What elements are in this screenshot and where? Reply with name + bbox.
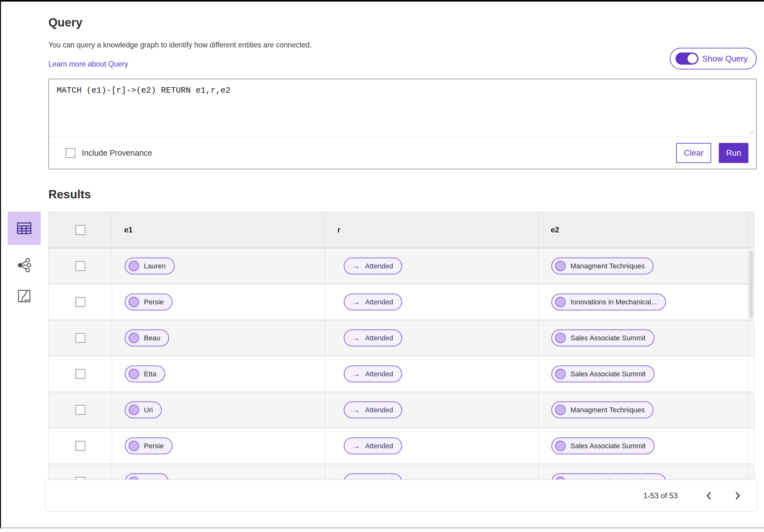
row-checkbox-cell	[49, 428, 112, 463]
entity-pill-e2[interactable]: Sales Associate Summit	[551, 329, 655, 346]
table-row: Persie → Attended Innovations in Mechani…	[49, 284, 754, 320]
relation-pill[interactable]: → Attended	[344, 438, 402, 454]
relation-pill-label: Attended	[365, 370, 393, 378]
relation-pill[interactable]: → Attended	[344, 402, 402, 418]
query-editor-wrap: MATCH (e1)-[r]->(e2) RETURN e1,r,e2	[49, 79, 756, 137]
pagination-range: 1-53 of 53	[643, 491, 678, 500]
table-row: Uri → Attended Managment Techniques	[49, 392, 754, 428]
table-row: Persie → Attended Sales Associate Summit	[49, 428, 754, 464]
relation-pill[interactable]: → Attended	[344, 473, 402, 479]
table-view-icon	[16, 220, 32, 236]
entity-node-icon	[128, 333, 139, 343]
entity-pill-e2[interactable]: Managment Techniques	[551, 402, 654, 418]
arrow-right-icon: →	[351, 298, 360, 306]
entity-pill-e1[interactable]: Uri	[125, 402, 162, 418]
column-header-e2: e2	[538, 212, 754, 248]
next-page-button[interactable]	[731, 489, 744, 503]
entity-pill-e2[interactable]: Managment Techniques	[551, 258, 654, 274]
results-title: Results	[48, 188, 757, 201]
entity-pill-e2[interactable]: Sales Associate Summit	[551, 366, 655, 382]
column-header-r: r	[325, 212, 538, 248]
column-header-e1: e1	[112, 212, 325, 248]
e1-cell: Etta	[112, 356, 325, 392]
e2-cell: Sales Associate Summit	[538, 356, 754, 392]
show-query-label: Show Query	[702, 54, 748, 64]
e2-pill-label: Managment Techniques	[570, 406, 645, 414]
include-provenance-label: Include Provenance	[82, 148, 152, 158]
e1-cell: Lauren	[112, 248, 325, 284]
include-provenance-checkbox[interactable]	[66, 148, 76, 158]
entity-pill-e1[interactable]: Etta	[125, 366, 165, 382]
map-view-button[interactable]	[18, 289, 31, 303]
row-checkbox-cell	[49, 392, 112, 428]
relation-pill[interactable]: → Attended	[344, 258, 402, 274]
entity-pill-e2[interactable]: Innovations in Mechanical...	[551, 293, 666, 310]
relation-pill[interactable]: → Attended	[344, 293, 402, 310]
entity-node-icon	[128, 369, 139, 379]
e1-pill-label: Persie	[144, 442, 164, 450]
row-checkbox[interactable]	[76, 297, 85, 307]
entity-pill-e1[interactable]: Lauren	[125, 258, 175, 274]
query-page: Query You can query a knowledge graph to…	[48, 0, 757, 512]
chevron-left-icon	[706, 491, 712, 501]
include-provenance-option[interactable]: Include Provenance	[66, 148, 152, 158]
table-row: Lauren → Attended Managment Techniques	[49, 248, 754, 284]
view-switcher-rail	[8, 212, 41, 303]
scrollbar-thumb[interactable]	[749, 251, 753, 318]
e1-pill-label: Etta	[144, 370, 156, 378]
entity-node-icon	[555, 476, 566, 479]
results-section: e1 r e2 Lauren → Attended Managment Tec	[48, 212, 757, 512]
prev-page-button[interactable]	[702, 489, 715, 503]
e1-pill-label: Lauren	[144, 262, 166, 270]
relation-pill-label: Attended	[365, 334, 393, 342]
e2-pill-label: Sales Associate Summit	[570, 334, 646, 342]
graph-view-icon	[17, 258, 32, 273]
resize-handle-icon[interactable]	[748, 128, 755, 135]
learn-more-link[interactable]: Learn more about Query	[48, 60, 128, 69]
select-all-checkbox[interactable]	[76, 225, 85, 235]
results-table: e1 r e2 Lauren → Attended Managment Tec	[48, 212, 754, 479]
e2-cell: Innovations in Mechanical...	[538, 464, 754, 479]
graph-view-button[interactable]	[17, 258, 32, 273]
header-checkbox-cell	[49, 212, 112, 248]
entity-pill-e1[interactable]: Persie	[125, 293, 173, 310]
table-row: Etta → Attended Sales Associate Summit	[49, 356, 754, 392]
query-editor-panel: MATCH (e1)-[r]->(e2) RETURN e1,r,e2 Incl…	[48, 79, 757, 169]
r-cell: → Attended	[325, 464, 538, 479]
show-query-toggle[interactable]: Show Query	[670, 48, 757, 70]
entity-node-icon	[555, 405, 566, 415]
e2-cell: Sales Associate Summit	[538, 320, 754, 356]
e1-pill-label: Persie	[144, 298, 164, 306]
e2-cell: Managment Techniques	[538, 392, 754, 428]
r-cell: → Attended	[325, 392, 538, 428]
relation-pill[interactable]: → Attended	[344, 329, 402, 346]
arrow-right-icon: →	[351, 334, 360, 342]
entity-pill-e1[interactable]: Beau	[125, 329, 169, 346]
query-input[interactable]: MATCH (e1)-[r]->(e2) RETURN e1,r,e2	[49, 79, 756, 137]
run-button[interactable]: Run	[719, 143, 748, 163]
row-checkbox-cell	[49, 356, 112, 392]
row-checkbox[interactable]	[76, 477, 85, 479]
entity-pill-e2[interactable]: Innovations in Mechanical...	[551, 473, 666, 479]
e1-cell: Persie	[112, 428, 325, 463]
row-checkbox[interactable]	[76, 261, 85, 271]
query-footer: Include Provenance Clear Run	[49, 137, 756, 169]
e2-pill-label: Managment Techniques	[570, 262, 645, 270]
entity-pill-e1[interactable]: Persie	[125, 438, 173, 454]
table-scrollbar[interactable]	[748, 212, 754, 479]
relation-pill[interactable]: → Attended	[344, 366, 402, 382]
row-checkbox[interactable]	[76, 441, 85, 451]
clear-button[interactable]: Clear	[676, 143, 711, 163]
entity-pill-e2[interactable]: Sales Associate Summit	[551, 438, 655, 454]
arrow-right-icon: →	[351, 370, 360, 378]
entity-node-icon	[128, 297, 139, 307]
entity-pill-e1[interactable]: Larry	[125, 473, 169, 479]
row-checkbox[interactable]	[76, 405, 85, 415]
query-action-buttons: Clear Run	[676, 143, 748, 163]
row-checkbox[interactable]	[76, 333, 85, 343]
window-left-edge	[0, 0, 1, 528]
e2-pill-label: Innovations in Mechanical...	[570, 298, 657, 306]
row-checkbox[interactable]	[76, 369, 85, 379]
table-view-button[interactable]	[8, 212, 41, 245]
entity-node-icon	[128, 261, 139, 271]
